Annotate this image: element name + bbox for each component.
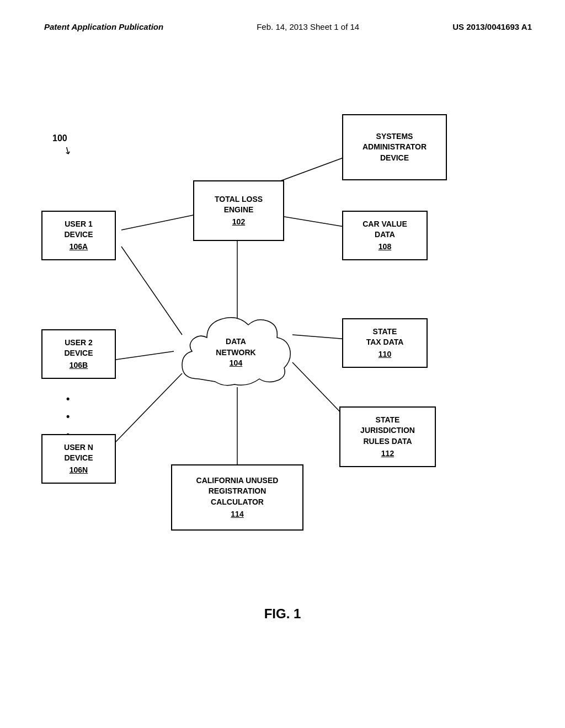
user2-ref: 106B	[70, 360, 88, 371]
data-network-ref: 104	[230, 358, 242, 369]
car-value-label: CAR VALUEDATA	[363, 219, 407, 240]
ref-100-label: 100	[52, 133, 67, 143]
usern-box: USER NDEVICE 106N	[41, 434, 116, 484]
user2-box: USER 2DEVICE 106B	[41, 329, 116, 379]
state-tax-ref: 110	[379, 349, 391, 360]
california-box: CALIFORNIA UNUSEDREGISTRATIONCALCULATOR …	[171, 464, 303, 531]
publication-label: Patent Application Publication	[44, 22, 163, 31]
usern-label: USER NDEVICE	[64, 442, 93, 464]
state-tax-label: STATETAX DATA	[366, 326, 404, 348]
page: Patent Application Publication Feb. 14, …	[0, 0, 565, 728]
systems-admin-box: SYSTEMSADMINISTRATORDEVICE	[342, 114, 447, 180]
data-network-cloud: DATANETWORK 104	[177, 307, 295, 398]
state-jurisdiction-box: STATEJURISDICTIONRULES DATA 112	[339, 406, 436, 467]
total-loss-label: TOTAL LOSSENGINE	[215, 194, 263, 216]
svg-line-3	[121, 213, 201, 230]
total-loss-box: TOTAL LOSSENGINE 102	[193, 180, 284, 241]
user1-box: USER 1DEVICE 106A	[41, 211, 116, 260]
total-loss-ref: 102	[232, 217, 245, 228]
car-value-ref: 108	[379, 242, 391, 253]
sheet-info: Feb. 14, 2013 Sheet 1 of 14	[257, 22, 359, 31]
california-ref: 114	[231, 509, 243, 520]
systems-admin-label: SYSTEMSADMINISTRATORDEVICE	[363, 131, 427, 164]
state-tax-box: STATETAX DATA 110	[342, 318, 428, 368]
figure-caption: FIG. 1	[0, 606, 565, 622]
california-label: CALIFORNIA UNUSEDREGISTRATIONCALCULATOR	[196, 475, 279, 508]
data-network-label: DATANETWORK	[216, 336, 255, 358]
patent-number: US 2013/0041693 A1	[452, 22, 532, 31]
user2-label: USER 2DEVICE	[64, 338, 93, 359]
svg-line-4	[121, 247, 182, 335]
header: Patent Application Publication Feb. 14, …	[0, 0, 565, 42]
state-jurisdiction-label: STATEJURISDICTIONRULES DATA	[360, 415, 415, 447]
user1-ref: 106A	[70, 242, 88, 253]
ref-100-arrow: ↘	[61, 143, 74, 158]
state-jurisdiction-ref: 112	[381, 448, 394, 459]
user1-label: USER 1DEVICE	[64, 219, 93, 240]
diagram: 100 ↘ SYSTEMSADMINISTRATORDEVICE TOTAL L…	[0, 48, 565, 655]
car-value-box: CAR VALUEDATA 108	[342, 211, 428, 260]
usern-ref: 106N	[70, 465, 88, 476]
